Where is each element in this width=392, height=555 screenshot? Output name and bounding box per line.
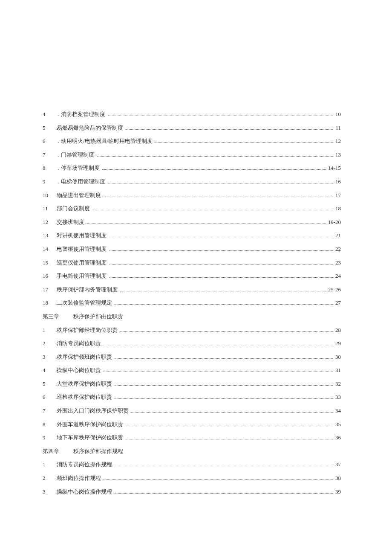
- toc-chapter-heading: 第四章秩序保护部操作规程: [43, 448, 341, 455]
- toc-entry: 3.操纵中心岗位操作规程39: [43, 488, 341, 495]
- toc-entry-page: 21: [334, 232, 341, 239]
- toc-entry-number: 17: [43, 286, 55, 293]
- toc-entry-title: .部门会议制度: [55, 205, 92, 212]
- toc-leader-dots: [104, 345, 333, 345]
- toc-entry-page: 38: [334, 475, 341, 482]
- toc-entry-title: ．电梯使用管理制度: [55, 178, 107, 185]
- toc-entry-number: 8: [43, 165, 55, 171]
- toc-entry-page: 28: [334, 327, 341, 334]
- toc-entry: 10.物品进出管理制度17: [43, 192, 341, 199]
- toc-leader-dots: [109, 277, 333, 278]
- toc-leader-dots: [126, 129, 333, 130]
- toc-entry-title: .秩序保护部经理岗位职责: [55, 327, 119, 334]
- toc-page: 4．消防档案管理制度105.易燃易爆危险品的保管制度116．动用明火/电热器具/…: [0, 0, 392, 495]
- toc-entry: 15.巡更仪使用管理制度23: [43, 259, 341, 266]
- toc-leader-dots: [115, 398, 333, 399]
- toc-entry: 7.外围出入口门岗秩序保护职责34: [43, 407, 341, 414]
- toc-leader-dots: [155, 142, 333, 143]
- toc-entry-title: .地下车库秩序保护岗位职责: [55, 434, 125, 441]
- toc-entry-page: 10: [334, 111, 341, 118]
- toc-leader-dots: [102, 169, 326, 170]
- toc-chapter-title: 秩序保护部操作规程: [68, 448, 123, 455]
- toc-entry: 2.消防专员岗位职责29: [43, 340, 341, 347]
- toc-leader-dots: [109, 237, 333, 237]
- toc-entry-number: 8: [43, 421, 55, 428]
- toc-entry-number: 9: [43, 178, 55, 185]
- toc-leader-dots: [115, 493, 333, 494]
- toc-entry-page: 18: [334, 205, 341, 212]
- toc-entry-number: 7: [43, 151, 55, 158]
- toc-leader-dots: [87, 224, 325, 224]
- toc-entry: 5.大堂秩序保护岗位职责32: [43, 381, 341, 387]
- toc-entry-number: 10: [43, 192, 55, 199]
- toc-entry-page: 29: [334, 340, 341, 347]
- toc-entry-number: 11: [43, 205, 55, 212]
- toc-entry-page: 23: [334, 259, 341, 266]
- toc-entry-page: 31: [334, 367, 341, 374]
- toc-entry-number: 13: [43, 232, 55, 239]
- toc-entry-number: 4: [43, 367, 55, 374]
- toc-leader-dots: [109, 250, 333, 251]
- toc-entry: 9.地下车库秩序保护岗位职责36: [43, 434, 341, 441]
- toc-entry-page: 39: [334, 488, 341, 495]
- toc-entry: 4．消防档案管理制度10: [43, 111, 341, 118]
- toc-entry-title: .对讲机使用管理制度: [55, 232, 108, 239]
- toc-entry-title: .秩序保护部内务管理制度: [55, 286, 119, 293]
- toc-entry: 6．动用明火/电热器具/临时用电管理制度12: [43, 138, 341, 145]
- toc-entry: 16.手电筒使用管理制度24: [43, 273, 341, 279]
- toc-entry-page: 36: [334, 434, 341, 441]
- toc-entry-page: 17: [334, 192, 341, 199]
- toc-entry-page: 13: [334, 151, 341, 158]
- toc-entry-page: 30: [334, 354, 341, 360]
- toc-leader-dots: [104, 372, 333, 372]
- toc-entry: 5.易燃易爆危险品的保管制度11: [43, 125, 341, 131]
- toc-entry-title: .消防专员岗位操作规程: [55, 461, 114, 468]
- toc-entry-title: .秩序保护领班岗位职责: [55, 354, 114, 360]
- toc-entry-page: 19-20: [326, 219, 341, 226]
- toc-entry-page: 34: [334, 407, 341, 414]
- toc-leader-dots: [97, 156, 333, 157]
- toc-entry-page: 24: [334, 273, 341, 279]
- toc-entry-title: .操纵中心岗位职责: [55, 367, 103, 374]
- toc-entry: 17.秩序保护部内务管理制度25-26: [43, 286, 341, 293]
- toc-entry: 6.巡检秩序保护岗位职责33: [43, 394, 341, 401]
- toc-leader-dots: [126, 439, 333, 439]
- toc-leader-dots: [126, 426, 333, 426]
- toc-entry-page: 12: [334, 138, 341, 145]
- toc-leader-dots: [115, 304, 333, 305]
- toc-entry-page: 33: [334, 394, 341, 401]
- toc-entry: 8.外围车道秩序保护岗位职责35: [43, 421, 341, 428]
- toc-entry-title: .外围出入口门岗秩序保护职责: [55, 407, 130, 414]
- toc-entry: 1.秩序保护部经理岗位职责28: [43, 327, 341, 334]
- toc-entry-title: .领班岗位操作规程: [55, 475, 103, 482]
- toc-entry-page: 32: [334, 381, 341, 387]
- toc-leader-dots: [120, 331, 333, 332]
- toc-entry-number: 6: [43, 138, 55, 145]
- toc-entry-title: .消防专员岗位职责: [55, 340, 103, 347]
- toc-entry-number: 2: [43, 475, 55, 482]
- toc-entry-number: 5: [43, 381, 55, 387]
- toc-entry-page: 27: [334, 299, 341, 306]
- toc-leader-dots: [109, 264, 333, 264]
- toc-entry-title: .易燃易爆危险品的保管制度: [55, 125, 125, 131]
- toc-entry: 14.电警棍使用管理制度22: [43, 246, 341, 253]
- toc-entry-title: .操纵中心岗位操作规程: [55, 488, 114, 495]
- toc-entry: 1.消防专员岗位操作规程37: [43, 461, 341, 468]
- toc-entry-title: .巡检秩序保护岗位职责: [55, 394, 114, 401]
- toc-leader-dots: [120, 291, 325, 291]
- toc-entry-title: .物品进出管理制度: [55, 192, 103, 199]
- toc-chapter-label: 第三章: [43, 313, 68, 320]
- toc-entry-page: 37: [334, 461, 341, 468]
- toc-leader-dots: [131, 412, 333, 413]
- toc-entry-page: 11: [334, 125, 341, 131]
- toc-entry-title: ．门禁管理制度: [55, 151, 96, 158]
- toc-leader-dots: [104, 197, 333, 197]
- toc-list: 4．消防档案管理制度105.易燃易爆危险品的保管制度116．动用明火/电热器具/…: [43, 111, 341, 495]
- toc-entry-number: 1: [43, 461, 55, 468]
- toc-entry-number: 5: [43, 125, 55, 131]
- toc-entry-number: 3: [43, 488, 55, 495]
- toc-entry-title: .手电筒使用管理制度: [55, 273, 108, 279]
- toc-entry-number: 9: [43, 434, 55, 441]
- toc-leader-dots: [115, 466, 333, 466]
- toc-entry: 9．电梯使用管理制度16: [43, 178, 341, 185]
